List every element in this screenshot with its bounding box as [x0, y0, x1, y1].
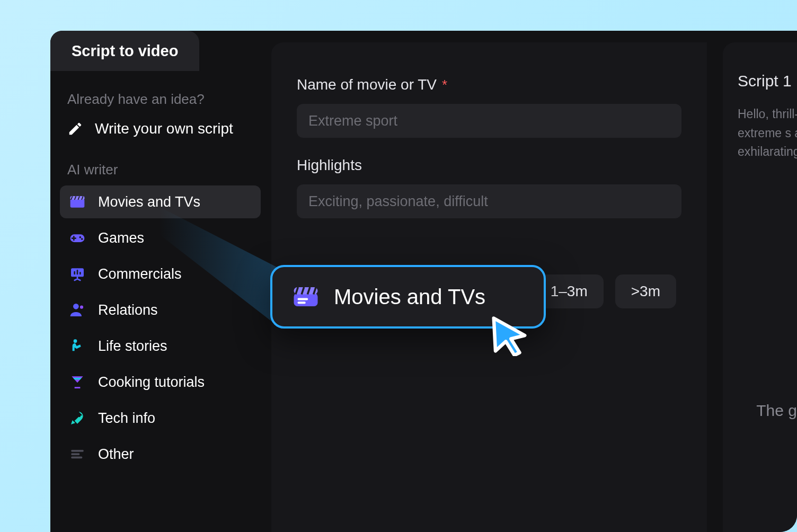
sidebar-item-label: Other — [98, 446, 134, 463]
clapper-icon — [291, 282, 320, 311]
name-input[interactable] — [297, 104, 681, 138]
wave-icon — [68, 337, 86, 355]
highlights-field-label: Highlights — [297, 157, 681, 174]
sidebar-item-games[interactable]: Games — [60, 221, 261, 254]
idea-section-label: Already have an idea? — [60, 84, 261, 113]
cursor-pointer-icon — [489, 315, 531, 357]
sidebar-item-cooking-tutorials[interactable]: Cooking tutorials — [60, 366, 261, 398]
sidebar-item-label: Tech info — [98, 410, 155, 427]
sidebar-item-movies-and-tvs[interactable]: Movies and TVs — [60, 185, 261, 218]
duration-chip-gt-3m[interactable]: >3m — [615, 274, 676, 308]
svg-point-8 — [74, 339, 77, 343]
name-field-label: Name of movie or TV * — [297, 76, 681, 93]
script-preview-body: Hello, thrill-s diving into t of extreme… — [738, 105, 797, 162]
required-asterisk: * — [442, 77, 447, 93]
svg-point-9 — [78, 415, 81, 417]
svg-point-3 — [79, 236, 81, 238]
svg-point-7 — [80, 306, 83, 309]
presentation-icon — [68, 265, 86, 283]
sidebar-item-label: Cooking tutorials — [98, 374, 205, 391]
name-field-label-text: Name of movie or TV — [297, 76, 437, 93]
cocktail-icon — [68, 373, 86, 391]
sidebar-item-label: Movies and TVs — [98, 194, 200, 210]
gamepad-icon — [68, 229, 86, 247]
write-own-script-label: Write your own script — [95, 120, 233, 137]
sidebar-item-commercials[interactable]: Commercials — [60, 258, 261, 290]
person-icon — [68, 301, 86, 319]
script-preview-title: Script 1 — [738, 72, 797, 90]
lines-icon — [68, 445, 86, 463]
script-preview-panel: Script 1 Hello, thrill-s diving into t o… — [723, 42, 797, 532]
ai-writer-section-label: AI writer — [60, 154, 261, 183]
category-list: Movies and TVs Games Commercials — [60, 185, 261, 471]
sidebar-item-label: Games — [98, 230, 144, 246]
sidebar-item-other[interactable]: Other — [60, 438, 261, 471]
sidebar-item-tech-info[interactable]: Tech info — [60, 402, 261, 435]
rocket-icon — [68, 409, 86, 427]
sidebar-item-life-stories[interactable]: Life stories — [60, 330, 261, 362]
sidebar-item-label: Life stories — [98, 338, 167, 354]
clapper-icon — [68, 193, 86, 211]
svg-point-6 — [73, 304, 79, 309]
svg-rect-0 — [70, 199, 85, 208]
sidebar-item-relations[interactable]: Relations — [60, 294, 261, 326]
script-preview-footer: The g — [740, 402, 797, 420]
write-own-script-button[interactable]: Write your own script — [60, 113, 261, 145]
highlights-input[interactable] — [297, 184, 681, 218]
sidebar: Already have an idea? Write your own scr… — [50, 31, 270, 532]
sidebar-item-label: Relations — [98, 302, 158, 318]
sidebar-item-label: Commercials — [98, 266, 182, 282]
pencil-icon — [67, 121, 83, 137]
svg-point-4 — [81, 238, 83, 240]
category-callout-label: Movies and TVs — [334, 285, 485, 309]
